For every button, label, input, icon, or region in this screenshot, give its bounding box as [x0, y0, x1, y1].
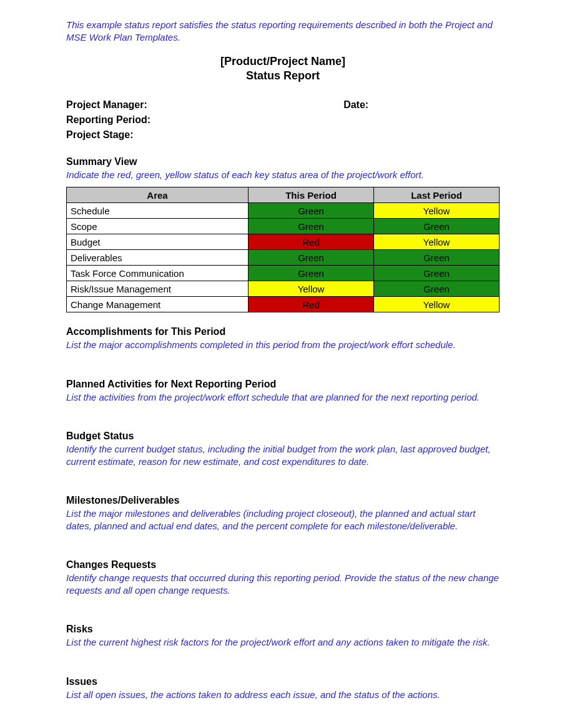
this-period-cell: Green — [249, 203, 374, 219]
this-period-cell: Red — [249, 297, 374, 312]
title-line-1: [Product/Project Name] — [66, 54, 500, 69]
table-row: Risk/Issue ManagementYellowGreen — [67, 281, 500, 297]
last-period-cell: Green — [374, 266, 500, 281]
last-period-cell: Yellow — [374, 297, 500, 312]
area-cell: Scope — [67, 219, 249, 234]
section-heading: Budget Status — [66, 431, 500, 442]
date-label: Date: — [343, 97, 368, 112]
summary-note: Indicate the red, green, yellow status o… — [66, 169, 500, 181]
last-period-cell: Green — [374, 219, 500, 234]
area-cell: Risk/Issue Management — [67, 281, 249, 297]
table-row: Change ManagementRedYellow — [67, 297, 500, 312]
summary-heading: Summary View — [66, 156, 500, 167]
area-cell: Budget — [67, 234, 249, 250]
col-last-period: Last Period — [374, 187, 500, 203]
this-period-cell: Green — [249, 250, 374, 266]
this-period-cell: Green — [249, 266, 374, 281]
reporting-period-label: Reporting Period: — [66, 112, 500, 127]
section-note: Identify the current budget status, incl… — [66, 443, 500, 467]
section-heading: Planned Activities for Next Reporting Pe… — [66, 379, 500, 390]
area-cell: Deliverables — [67, 250, 249, 266]
section-heading: Accomplishments for This Period — [66, 326, 500, 337]
this-period-cell: Yellow — [249, 281, 374, 297]
document-page: This example status report satisfies the… — [0, 0, 562, 728]
section-block: Budget StatusIdentify the current budget… — [66, 431, 500, 467]
project-manager-label: Project Manager: — [66, 97, 343, 112]
section-note: List the major milestones and deliverabl… — [66, 507, 500, 532]
table-row: BudgetRedYellow — [67, 234, 500, 250]
last-period-cell: Green — [374, 250, 500, 266]
section-heading: Milestones/Deliverables — [66, 495, 500, 506]
section-heading: Changes Requests — [66, 559, 500, 571]
section-block: Changes RequestsIdentify change requests… — [66, 559, 500, 596]
section-heading: Risks — [66, 624, 500, 635]
intro-note: This example status report satisfies the… — [66, 19, 500, 43]
section-note: List the major accomplishments completed… — [66, 339, 500, 351]
area-cell: Task Force Communication — [67, 266, 249, 281]
section-block: Planned Activities for Next Reporting Pe… — [66, 379, 500, 404]
status-table: Area This Period Last Period ScheduleGre… — [66, 187, 500, 312]
section-note: List the current highest risk factors fo… — [66, 636, 500, 649]
title-block: [Product/Project Name] Status Report — [66, 54, 500, 84]
section-note: Identify change requests that occurred d… — [66, 572, 500, 596]
col-this-period: This Period — [249, 187, 374, 203]
last-period-cell: Yellow — [374, 234, 500, 250]
area-cell: Change Management — [67, 297, 249, 312]
table-row: DeliverablesGreenGreen — [67, 250, 500, 266]
meta-block: Project Manager: Date: Reporting Period:… — [66, 97, 500, 142]
last-period-cell: Yellow — [374, 203, 500, 219]
this-period-cell: Green — [249, 219, 374, 234]
section-heading: Issues — [66, 676, 500, 687]
table-row: ScheduleGreenYellow — [67, 203, 500, 219]
section-note: List all open issues, the actions taken … — [66, 689, 500, 701]
title-line-2: Status Report — [66, 69, 500, 83]
section-block: Accomplishments for This PeriodList the … — [66, 326, 500, 351]
section-block: Milestones/DeliverablesList the major mi… — [66, 495, 500, 532]
area-cell: Schedule — [67, 203, 249, 219]
section-block: IssuesList all open issues, the actions … — [66, 676, 500, 701]
project-stage-label: Project Stage: — [66, 127, 500, 142]
section-block: RisksList the current highest risk facto… — [66, 624, 500, 649]
col-area: Area — [67, 187, 249, 203]
this-period-cell: Red — [249, 234, 374, 250]
table-row: ScopeGreenGreen — [67, 219, 500, 234]
last-period-cell: Green — [374, 281, 500, 297]
section-note: List the activities from the project/wor… — [66, 391, 500, 404]
table-row: Task Force CommunicationGreenGreen — [67, 266, 500, 281]
